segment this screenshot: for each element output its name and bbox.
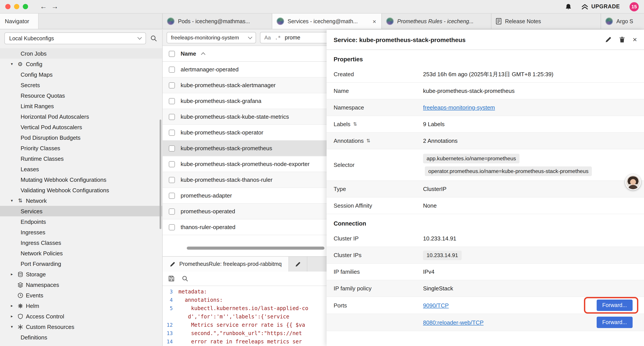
editor-search-icon[interactable] bbox=[182, 276, 188, 282]
chevron-right-icon bbox=[9, 314, 14, 318]
minimize-window-button[interactable] bbox=[14, 4, 19, 9]
navigator-header[interactable]: Navigator bbox=[0, 13, 38, 29]
sidebar-item-runtime-classes[interactable]: Runtime Classes bbox=[0, 153, 162, 164]
chevron-down-icon bbox=[138, 35, 142, 40]
sidebar-item-events[interactable]: Events bbox=[0, 290, 162, 301]
config-gear-icon bbox=[17, 60, 24, 67]
close-tab-icon[interactable] bbox=[372, 17, 377, 25]
editor-tab-prometheusrule[interactable]: PrometheusRule: freeleaps-prod-rabbitmq bbox=[163, 257, 289, 272]
port-row-8080: 8080:reloader-web/TCP Forward... bbox=[326, 314, 644, 331]
row-checkbox[interactable] bbox=[169, 66, 175, 72]
tab-pods[interactable]: Pods - icecheng@mathmas... bbox=[163, 13, 272, 29]
match-case-toggle[interactable]: Aa bbox=[264, 34, 271, 41]
row-checkbox[interactable] bbox=[169, 224, 175, 230]
property-row-session-affinity: Session Affinity None bbox=[326, 198, 644, 214]
port-link-8080[interactable]: 8080:reloader-web/TCP bbox=[423, 319, 596, 326]
property-row-type: Type ClusterIP bbox=[326, 181, 644, 198]
main-content: Local Kubeconfigs Cron Jobs Config Confi… bbox=[0, 30, 644, 346]
sidebar-item-storage[interactable]: Storage bbox=[0, 269, 162, 280]
namespace-link[interactable]: freeleaps-monitoring-system bbox=[423, 104, 495, 111]
sidebar-scrollbar[interactable] bbox=[160, 120, 161, 229]
expand-annotations-icon[interactable] bbox=[366, 138, 370, 144]
row-checkbox[interactable] bbox=[169, 129, 175, 136]
sidebar-item-priority-classes[interactable]: Priority Classes bbox=[0, 143, 162, 153]
selector-badge: operator.prometheus.io/name=kube-prometh… bbox=[425, 166, 592, 176]
close-drawer-icon[interactable]: × bbox=[632, 36, 637, 43]
sidebar-item-endpoints[interactable]: Endpoints bbox=[0, 216, 162, 227]
sidebar-item-secrets[interactable]: Secrets bbox=[0, 80, 162, 90]
sidebar-item-resource-quotas[interactable]: Resource Quotas bbox=[0, 90, 162, 101]
notification-count-badge[interactable]: 15 bbox=[630, 2, 639, 11]
sidebar-search-icon[interactable] bbox=[150, 35, 157, 42]
sidebar-item-validating-webhook-configurations[interactable]: Validating Webhook Configurations bbox=[0, 185, 162, 195]
sidebar-item-config-maps[interactable]: Config Maps bbox=[0, 69, 162, 80]
regex-toggle[interactable]: .* bbox=[275, 34, 281, 41]
sidebar-item-helm[interactable]: Helm bbox=[0, 301, 162, 311]
row-checkbox[interactable] bbox=[169, 161, 175, 167]
sidebar-item-pod-disruption-budgets[interactable]: Pod Disruption Budgets bbox=[0, 132, 162, 143]
helm-wheel-icon bbox=[17, 302, 24, 309]
row-checkbox[interactable] bbox=[169, 208, 175, 214]
sidebar-item-port-forwarding[interactable]: Port Forwarding bbox=[0, 258, 162, 269]
property-row-created: Created 253d 16h 6m ago (2025年1月13日 GMT+… bbox=[326, 66, 644, 83]
kubeconfig-selector[interactable]: Local Kubeconfigs bbox=[4, 32, 146, 44]
connection-heading: Connection bbox=[326, 214, 644, 230]
property-row-ip-family-policy: IP family policy SingleStack bbox=[326, 280, 644, 297]
sidebar-item-config[interactable]: Config bbox=[0, 59, 162, 69]
sidebar-item-services[interactable]: Services bbox=[0, 206, 162, 216]
sidebar-item-network[interactable]: Network bbox=[0, 195, 162, 206]
sidebar-item-ingress-classes[interactable]: Ingress Classes bbox=[0, 237, 162, 248]
tab-argo[interactable]: Argo S bbox=[601, 13, 644, 29]
tab-services[interactable]: Services - icecheng@math... bbox=[272, 13, 382, 29]
sidebar-item-namespaces[interactable]: Namespaces bbox=[0, 280, 162, 290]
close-window-button[interactable] bbox=[5, 4, 10, 9]
kubeconfig-row: Local Kubeconfigs bbox=[0, 30, 162, 47]
port-link-9090[interactable]: 9090/TCP bbox=[423, 302, 596, 309]
sidebar-item-horizontal-pod-autoscalers[interactable]: Horizontal Pod Autoscalers bbox=[0, 111, 162, 122]
tab-prometheus-rules[interactable]: Prometheus Rules - icecheng... bbox=[382, 13, 492, 29]
row-checkbox[interactable] bbox=[169, 82, 175, 88]
namespace-selector[interactable]: freeleaps-monitoring-system bbox=[166, 32, 256, 43]
sidebar-item-leases[interactable]: Leases bbox=[0, 164, 162, 174]
sidebar-item-network-policies[interactable]: Network Policies bbox=[0, 248, 162, 258]
cluster-icon bbox=[167, 17, 174, 25]
expand-labels-icon[interactable] bbox=[353, 121, 357, 127]
notifications-bell-icon[interactable] bbox=[565, 3, 572, 10]
tab-release-notes[interactable]: Release Notes bbox=[492, 13, 601, 29]
port-row-9090: Ports 9090/TCP Forward... bbox=[326, 297, 644, 314]
sidebar-item-mutating-webhook-configurations[interactable]: Mutating Webhook Configurations bbox=[0, 174, 162, 185]
row-checkbox[interactable] bbox=[169, 114, 175, 120]
sidebar-item-access-control[interactable]: Access Control bbox=[0, 311, 162, 322]
name-column-header[interactable]: Name bbox=[180, 50, 196, 57]
back-button[interactable] bbox=[38, 3, 49, 10]
horizontal-scrollbar[interactable] bbox=[187, 247, 324, 250]
sidebar-item-definitions[interactable]: Definitions bbox=[0, 332, 162, 343]
maximize-window-button[interactable] bbox=[23, 4, 28, 9]
upgrade-button[interactable]: UPGRADE bbox=[581, 3, 620, 10]
sidebar-item-ingresses[interactable]: Ingresses bbox=[0, 227, 162, 237]
sidebar-item-limit-ranges[interactable]: Limit Ranges bbox=[0, 101, 162, 111]
property-row-labels: Labels 9 Labels bbox=[326, 116, 644, 133]
row-checkbox[interactable] bbox=[169, 145, 175, 151]
chevron-right-icon bbox=[9, 304, 14, 308]
edit-pencil-icon[interactable] bbox=[605, 36, 612, 43]
sidebar-item-cron-jobs[interactable]: Cron Jobs bbox=[0, 48, 162, 59]
forward-button[interactable] bbox=[49, 3, 60, 10]
editor-tab-partial[interactable] bbox=[289, 257, 308, 272]
row-checkbox[interactable] bbox=[169, 193, 175, 199]
sort-ascending-icon[interactable] bbox=[201, 52, 206, 57]
select-all-checkbox[interactable] bbox=[169, 50, 175, 57]
sidebar-item-vertical-pod-autoscalers[interactable]: Vertical Pod Autoscalers bbox=[0, 122, 162, 132]
avatar[interactable] bbox=[625, 174, 641, 190]
save-icon[interactable] bbox=[168, 276, 174, 282]
upgrade-label: UPGRADE bbox=[591, 3, 620, 10]
forward-button-9090[interactable]: Forward... bbox=[596, 300, 632, 311]
forward-button-8080[interactable]: Forward... bbox=[596, 317, 632, 328]
delete-trash-icon[interactable] bbox=[619, 36, 625, 43]
row-checkbox[interactable] bbox=[169, 177, 175, 183]
property-row-namespace: Namespace freeleaps-monitoring-system bbox=[326, 99, 644, 116]
shield-icon bbox=[17, 313, 24, 320]
row-checkbox[interactable] bbox=[169, 98, 175, 104]
pencil-icon bbox=[170, 261, 175, 267]
sidebar-item-custom-resources[interactable]: Custom Resources bbox=[0, 322, 162, 332]
